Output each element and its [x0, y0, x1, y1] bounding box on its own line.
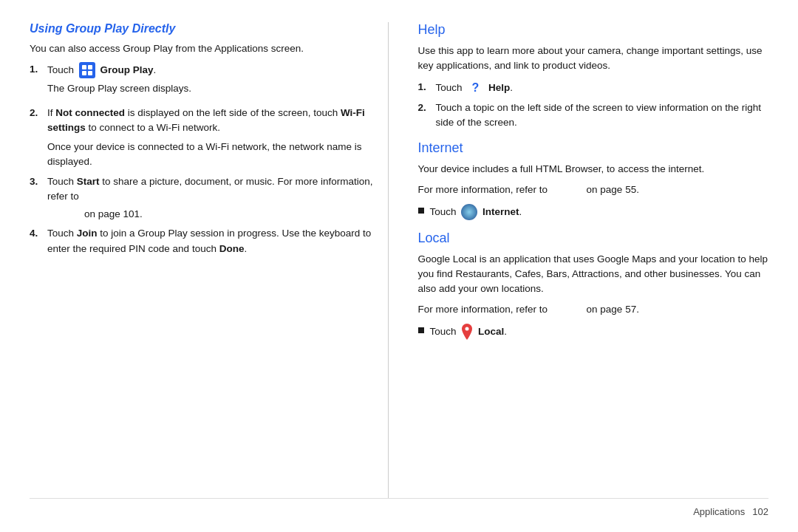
- left-step-2: 2. If Not connected is displayed on the …: [30, 106, 381, 170]
- help-bold: Help: [488, 81, 510, 92]
- left-step-4: 4. Touch Join to join a Group Play sessi…: [30, 226, 381, 256]
- step2-number: 2.: [30, 106, 46, 120]
- help-title: Help: [418, 22, 769, 38]
- page-footer: Applications 102: [30, 498, 768, 517]
- left-steps-list: 1. Touch Group Play: [30, 62, 381, 256]
- help-step1-number: 1.: [418, 80, 434, 95]
- step4-bold2: Done: [219, 243, 245, 254]
- local-bullet: Touch Local.: [418, 324, 769, 340]
- svg-rect-1: [88, 65, 92, 69]
- left-section-title: Using Group Play Directly: [30, 22, 381, 35]
- internet-ref: For more information, refer to on page 5…: [418, 183, 769, 197]
- step4-number: 4.: [30, 226, 46, 241]
- help-step1-content: Touch ? Help.: [436, 80, 769, 96]
- step2-subtext: Once your device is connected to a Wi-Fi…: [47, 140, 381, 170]
- internet-intro: Your device includes a full HTML Browser…: [418, 162, 769, 177]
- help-step2-content: Touch a topic on the left side of the sc…: [436, 100, 769, 131]
- step2-content: If Not connected is displayed on the lef…: [47, 106, 381, 170]
- svg-point-4: [466, 327, 469, 330]
- internet-title: Internet: [418, 140, 769, 156]
- help-step2-number: 2.: [418, 100, 434, 115]
- local-section: Local Google Local is an application tha…: [418, 231, 769, 340]
- svg-rect-0: [82, 65, 86, 69]
- local-title: Local: [418, 231, 769, 246]
- internet-section: Internet Your device includes a full HTM…: [418, 140, 769, 220]
- local-intro: Google Local is an application that uses…: [418, 252, 769, 297]
- help-step-1: 1. Touch ? Help.: [418, 80, 769, 96]
- svg-rect-3: [88, 71, 92, 75]
- step4-content: Touch Join to join a Group Play session …: [47, 226, 381, 256]
- step1-number: 1.: [30, 62, 46, 77]
- internet-bullet: Touch Internet.: [418, 204, 769, 220]
- local-bullet-content: Touch Local.: [430, 324, 508, 340]
- step1-content: Touch Group Play. The Group Play: [47, 62, 381, 100]
- internet-icon: [461, 204, 477, 220]
- left-intro: You can also access Group Play from the …: [30, 41, 381, 56]
- help-icon: ?: [467, 80, 483, 96]
- footer-page: 102: [752, 506, 768, 517]
- left-step-3: 3. Touch Start to share a picture, docum…: [30, 174, 381, 222]
- left-column: Using Group Play Directly You can also a…: [30, 22, 389, 498]
- left-step-1: 1. Touch Group Play: [30, 62, 381, 100]
- step2-bold1: Not connected: [55, 107, 125, 118]
- step3-page: on page 101.: [84, 207, 381, 222]
- group-play-icon: [79, 62, 95, 78]
- local-icon: [461, 324, 473, 340]
- step4-bold1: Join: [77, 228, 98, 239]
- right-column: Help Use this app to learn more about yo…: [411, 22, 769, 498]
- help-step-2: 2. Touch a topic on the left side of the…: [418, 100, 769, 131]
- left-section: Using Group Play Directly You can also a…: [30, 22, 381, 256]
- svg-rect-2: [82, 71, 86, 75]
- internet-bullet-content: Touch Internet.: [430, 204, 522, 220]
- local-bold: Local: [478, 325, 504, 336]
- footer-label: Applications: [693, 506, 745, 517]
- local-ref: For more information, refer to on page 5…: [418, 302, 769, 317]
- step3-content: Touch Start to share a picture, document…: [47, 174, 381, 222]
- step3-bold: Start: [77, 176, 100, 187]
- help-section: Help Use this app to learn more about yo…: [418, 22, 769, 130]
- internet-bullet-square: [418, 208, 424, 214]
- step3-number: 3.: [30, 174, 46, 189]
- step1-bold: Group Play: [100, 64, 154, 75]
- page-container: Using Group Play Directly You can also a…: [0, 0, 798, 532]
- content-columns: Using Group Play Directly You can also a…: [30, 22, 768, 498]
- step1-subtext: The Group Play screen displays.: [47, 81, 381, 96]
- local-bullet-square: [418, 327, 424, 333]
- help-steps: 1. Touch ? Help. 2. Touch a topic on the…: [418, 80, 769, 131]
- help-intro: Use this app to learn more about your ca…: [418, 44, 769, 74]
- internet-bold: Internet: [482, 205, 519, 216]
